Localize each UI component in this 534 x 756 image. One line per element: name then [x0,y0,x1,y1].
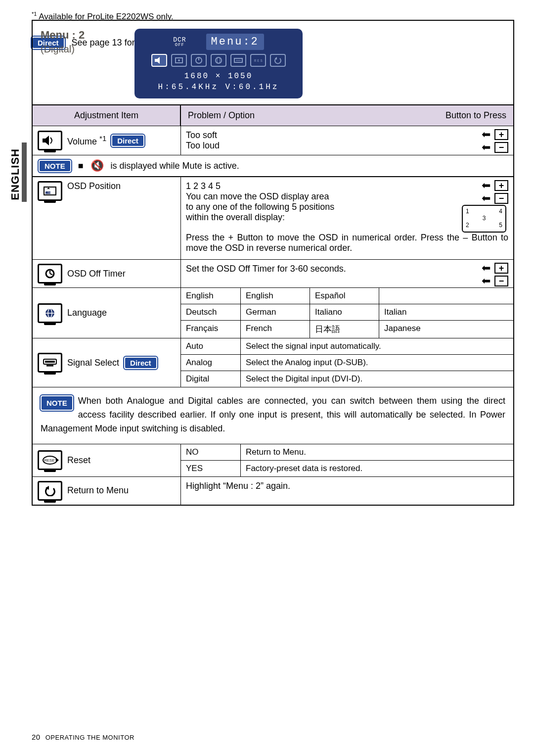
return-label: Return to Menu [67,485,129,496]
arrow-left-icon: ⬅ [482,141,490,154]
column-header: Adjustment Item Problem / Option Button … [33,105,513,126]
lang-cell: Deutsch [181,304,240,320]
svg-point-3 [178,59,180,61]
osd-off-label: OSD Off Timer [67,269,126,279]
lang-cell: Français [181,320,240,338]
lang-cell: Italian [379,304,513,320]
osd-icon-language [211,54,226,67]
direct-badge: Direct [111,135,144,147]
svg-rect-25 [45,361,55,363]
position-diagram: 14 3 25 [462,205,506,233]
language-label: Language [67,308,107,318]
reset-cell: YES [181,460,240,476]
return-icon [38,481,62,501]
reset-icon: RESET [38,450,62,470]
return-text: Highlight “Menu : 2” again. [186,481,290,491]
svg-point-6 [216,57,222,63]
svg-marker-17 [47,188,50,189]
osd-icon-row: RESET [140,54,297,67]
reset-cell: Return to Menu. [240,444,513,460]
page-footer: 20OPERATING THE MONITOR [32,733,134,741]
row-osd-off: OSD Off Timer Set the OSD Off Timer for … [33,259,513,287]
svg-marker-1 [157,57,160,64]
row-volume: Volume *1 Direct Too soft Too loud ⬅+ ⬅− [33,126,513,155]
volume-icon [38,131,62,150]
osd-position-icon: + OSD [38,181,62,201]
reset-grid: NO Return to Menu. YES Factory-preset da… [181,444,513,476]
col-adjustment: Adjustment Item [33,105,181,126]
plus-button[interactable]: + [494,129,508,140]
bullet-icon: ■ [78,161,84,171]
note-mute: NOTE ■ 🔇 is displayed while Mute is acti… [33,155,513,176]
mute-icon: 🔇 [90,159,104,172]
lang-cell: Japanese [379,320,513,338]
note-badge: NOTE [39,160,71,172]
osd-off-text: Set the OSD Off Timer for 3-60 seconds. [186,264,346,274]
plus-button[interactable]: + [494,263,508,274]
minus-button[interactable]: − [494,193,508,204]
svg-text:+ OSD: + OSD [46,191,52,194]
minus-button[interactable]: − [494,142,508,153]
arrow-left-icon: ⬅ [482,179,490,192]
plus-button[interactable]: + [494,180,508,191]
volume-label: Volume *1 [67,134,106,147]
dcr-label: DCROFF [173,36,186,47]
sig-cell: Analog [181,354,240,371]
sig-cell: Select the Analog input (D-SUB). [240,354,513,371]
osd-pos-desc4: Press the + Button to move the OSD in nu… [186,233,508,253]
osd-icon-return [270,54,286,67]
page-frame: Menu : 2 (Digital) DCROFF Menu:2 RESET 1… [32,20,514,506]
volume-buttons: ⬅+ ⬅− [482,128,508,154]
row-signal: Signal Select Direct Auto Select the sig… [33,338,513,387]
svg-rect-12 [43,139,45,142]
osd-icon-volume [151,54,167,67]
col-button: Button to Press [445,110,506,121]
svg-point-7 [217,57,220,63]
col-problem: Problem / Option [188,110,255,121]
svg-text:RESET: RESET [44,458,57,463]
svg-line-20 [50,274,52,275]
arrow-left-icon: ⬅ [482,262,490,275]
menu-subtitle: (Digital) [41,44,134,55]
osd-pos-numbers: 1 2 3 4 5 [186,181,508,191]
reset-cell: Factory-preset data is restored. [240,460,513,476]
osdoff-buttons: ⬅+ ⬅− [482,262,508,287]
lang-cell: English [181,288,240,304]
note-badge: NOTE [41,395,73,411]
svg-rect-0 [155,59,157,62]
osd-icon-reset: RESET [250,54,266,67]
svg-marker-13 [45,136,49,145]
row-reset: RESET Reset NO Return to Menu. YES Facto… [33,444,513,476]
signal-grid: Auto Select the signal input automatical… [181,338,513,387]
lang-cell: Español [310,288,379,304]
note-signal: NOTE When both Analogue and Digital cabl… [33,387,513,444]
timer-icon [38,264,62,284]
note-mute-text: is displayed while Mute is active. [111,161,239,171]
language-tab: ENGLISH [9,148,22,200]
language-tab-bar [22,142,27,202]
signal-icon [38,353,62,373]
osd-icon-timer [191,54,207,67]
sig-cell: Digital [181,371,240,387]
osd-resolution: 1680 × 1050 [140,72,297,81]
osd-preview: DCROFF Menu:2 RESET 1680 × 1050 H:65.4KH… [134,29,303,98]
osdpos-buttons: ⬅+ ⬅− [482,179,508,205]
sig-cell: Auto [181,338,240,354]
osd-menu-badge: Menu:2 [206,34,264,50]
arrow-left-icon: ⬅ [482,192,490,205]
header: Menu : 2 (Digital) DCROFF Menu:2 RESET 1… [33,21,513,105]
signal-label: Signal Select [67,358,119,368]
minus-button[interactable]: − [494,276,508,286]
osd-frequency: H:65.4KHz V:60.1Hz [140,83,297,92]
row-language: Language English English Español Deutsch… [33,287,513,338]
lang-cell: French [240,320,310,338]
lang-cell [379,288,513,304]
note-signal-text: When both Analogue and Digital cables ar… [41,396,505,433]
osd-pos-desc2: to any one of the following 5 positions [186,202,508,212]
language-icon [38,303,62,323]
osd-icon-signal [230,54,246,67]
row-return: Return to Menu Highlight “Menu : 2” agai… [33,476,513,505]
svg-marker-29 [56,458,59,463]
svg-text:RESET: RESET [254,59,263,63]
osd-pos-desc1: You can move the OSD display area [186,191,508,202]
